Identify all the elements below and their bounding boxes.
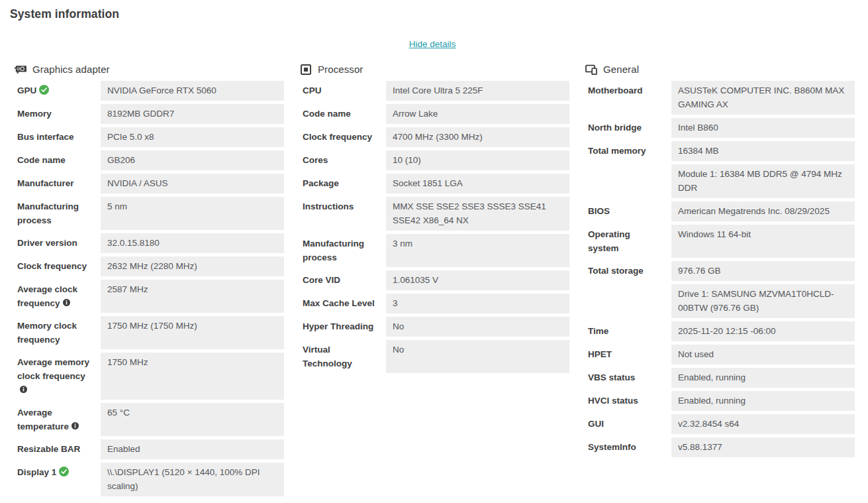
spec-value: \\.\DISPLAY1 (5120 × 1440, 100% DPI scal…	[101, 463, 284, 496]
spec-label-text: Code name	[17, 155, 66, 165]
spec-row-gpu: GPU NVIDIA GeForce RTX 5060	[10, 81, 284, 101]
spec-label-text: Instructions	[303, 201, 354, 211]
spec-row-code-name: Code name Arrow Lake	[295, 104, 569, 124]
spec-label-text: SystemInfo	[588, 442, 636, 452]
spec-label-text: CPU	[303, 85, 322, 95]
spec-label-text: Time	[588, 326, 608, 336]
section-header: Processor	[295, 64, 569, 75]
spec-value: NVIDIA GeForce RTX 5060	[101, 81, 284, 101]
spec-label-text: BIOS	[588, 206, 610, 216]
spec-value: NVIDIA / ASUS	[101, 174, 284, 194]
spec-label: GPU	[17, 81, 101, 101]
spec-value: American Megatrends Inc. 08/29/2025	[671, 201, 855, 221]
spec-label: Average memory clock frequency	[17, 353, 101, 400]
spec-value: 1750 MHz (1750 MHz)	[101, 316, 284, 349]
section-title: Processor	[318, 64, 363, 75]
section-processor: Processor CPU Intel Core Ultra 5 225F Co…	[295, 64, 569, 376]
spec-row-systeminfo: SystemInfo v5.88.1377	[581, 437, 855, 457]
spec-label-text: Bus interface	[17, 132, 74, 142]
details-toggle-row: Hide details	[10, 38, 855, 50]
spec-row-operating-system: Operating system Windows 11 64-bit	[581, 225, 855, 258]
spec-value: 65 °C	[101, 403, 284, 436]
spec-row-average-temperature: Average temperature 65 °C	[10, 403, 284, 436]
info-icon[interactable]	[20, 386, 27, 393]
spec-label-text: Total memory	[588, 146, 646, 156]
spec-label: Cores	[303, 150, 386, 170]
spec-label-text: Motherboard	[588, 85, 643, 95]
processor-icon	[300, 64, 312, 75]
spec-row-bios: BIOS American Megatrends Inc. 08/29/2025	[581, 201, 855, 221]
spec-label: Manufacturing process	[303, 234, 386, 267]
spec-label: Total memory	[588, 141, 671, 161]
sections-grid: Graphics adapter GPU NVIDIA GeForce RTX …	[10, 64, 855, 500]
spec-label: Virtual Technology	[303, 340, 386, 373]
spec-value: No	[386, 340, 569, 373]
spec-value: 2587 MHz	[101, 280, 284, 313]
spec-label-text: Average memory clock frequency	[17, 357, 89, 381]
spec-row: Module 1: 16384 MB DDR5 @ 4794 MHz DDR	[581, 164, 855, 198]
spec-value: Arrow Lake	[386, 104, 569, 124]
spec-label: HPET	[588, 345, 671, 364]
spec-value: Socket 1851 LGA	[386, 174, 569, 194]
spec-label: Average temperature	[17, 403, 101, 436]
section-rows: Motherboard ASUSTeK COMPUTER INC. B860M …	[581, 81, 855, 457]
spec-label: Package	[303, 174, 386, 194]
hide-details-link[interactable]: Hide details	[409, 39, 456, 49]
info-icon[interactable]	[72, 422, 79, 429]
spec-label: Clock frequency	[303, 127, 386, 147]
spec-label: SystemInfo	[588, 437, 671, 457]
spec-row-north-bridge: North bridge Intel B860	[581, 118, 855, 138]
spec-value: MMX SSE SSE2 SSE3 SSSE3 SSE41 SSE42 X86_…	[386, 197, 569, 231]
general-icon	[585, 64, 597, 75]
spec-value: 2025-11-20 12:15 -06:00	[671, 321, 855, 341]
spec-label: HVCI status	[588, 391, 671, 411]
spec-row-total-memory: Total memory 16384 MB	[581, 141, 855, 161]
spec-row-total-storage: Total storage 976.76 GB	[581, 261, 855, 281]
spec-value: PCIe 5.0 x8	[101, 127, 284, 147]
spec-label-text: Average temperature	[17, 408, 69, 431]
spec-row-cores: Cores 10 (10)	[295, 150, 569, 170]
spec-row-core-vid: Core VID 1.061035 V	[295, 270, 569, 290]
spec-row-driver-version: Driver version 32.0.15.8180	[10, 233, 284, 253]
info-icon[interactable]	[63, 299, 70, 306]
spec-row-manufacturer: Manufacturer NVIDIA / ASUS	[10, 174, 284, 194]
spec-row: Drive 1: SAMSUNG MZVMA1T0HCLD-00BTW (976…	[581, 284, 855, 318]
spec-label: Resizable BAR	[17, 439, 101, 459]
spec-value: 5 nm	[101, 197, 284, 230]
spec-value: Windows 11 64-bit	[671, 225, 855, 258]
spec-label: Code name	[17, 150, 101, 170]
spec-row-gui: GUI v2.32.8454 s64	[581, 414, 855, 434]
spec-label-text: Operating system	[588, 229, 630, 253]
spec-row-manufacturing-process: Manufacturing process 3 nm	[295, 234, 569, 267]
spec-label: Display 1	[17, 463, 101, 496]
spec-label-text: Memory	[17, 109, 52, 119]
spec-label: BIOS	[588, 201, 671, 221]
spec-row-resizable-bar: Resizable BAR Enabled	[10, 439, 284, 459]
spec-label-text: Driver version	[17, 238, 77, 248]
spec-value: 976.76 GB	[671, 261, 855, 281]
page-title: System information	[10, 7, 855, 21]
section-header: Graphics adapter	[10, 64, 284, 75]
spec-label-text: Manufacturing process	[17, 201, 79, 225]
spec-row-virtual-technology: Virtual Technology No	[295, 340, 569, 373]
spec-value: Intel B860	[671, 118, 855, 138]
spec-label-text: GUI	[588, 419, 604, 429]
spec-label: Driver version	[17, 233, 101, 253]
section-header: General	[581, 64, 855, 75]
spec-value: v2.32.8454 s64	[671, 414, 855, 434]
spec-label-text: GPU	[17, 85, 36, 95]
check-icon	[59, 467, 69, 476]
spec-label-text: Memory clock frequency	[17, 321, 77, 345]
spec-value: Not used	[671, 345, 855, 364]
spec-label-text: Cores	[303, 155, 328, 165]
spec-label: Manufacturing process	[17, 197, 101, 230]
spec-value: 1.061035 V	[386, 270, 569, 290]
spec-row-memory-clock-frequency: Memory clock frequency 1750 MHz (1750 MH…	[10, 316, 284, 349]
spec-label: Instructions	[303, 197, 386, 231]
spec-label: Operating system	[588, 225, 671, 258]
spec-row-memory: Memory 8192MB GDDR7	[10, 104, 284, 124]
spec-label: Motherboard	[588, 81, 671, 115]
spec-label: VBS status	[588, 368, 671, 388]
spec-value: Enabled, running	[671, 368, 855, 388]
spec-row-manufacturing-process: Manufacturing process 5 nm	[10, 197, 284, 230]
